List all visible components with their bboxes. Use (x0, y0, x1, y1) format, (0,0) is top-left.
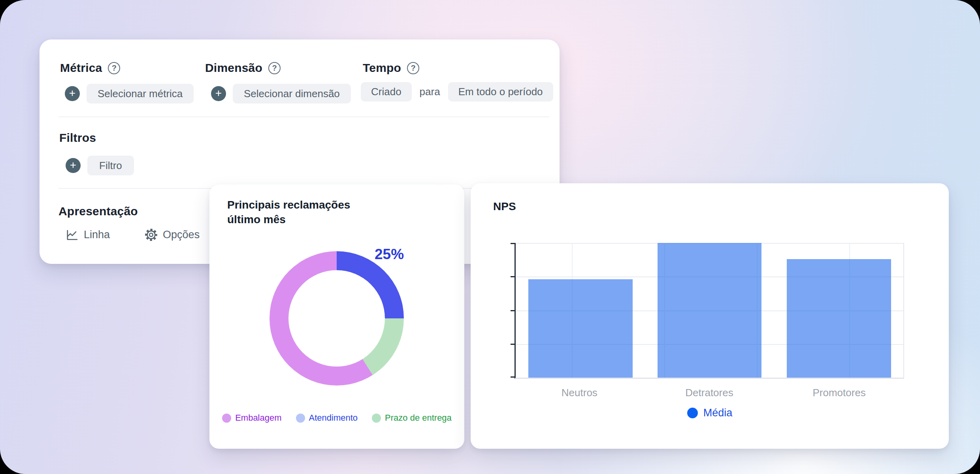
divider (58, 117, 549, 117)
legend-item-embalagem[interactable]: Embalagem (222, 413, 281, 423)
time-field-button[interactable]: Criado (361, 82, 412, 102)
time-controls: Criado para Em todo o período (361, 82, 553, 102)
nps-legend[interactable]: Média (471, 407, 949, 419)
filters-label: Filtros (59, 131, 96, 145)
donut-legend: Embalagem Atendimento Prazo de entrega (209, 413, 464, 423)
nps-title: NPS (493, 199, 516, 214)
donut-hole (288, 270, 385, 367)
x-label-promotores: Promotores (774, 387, 904, 399)
metric-help-icon[interactable]: ? (108, 62, 120, 74)
nps-chart-card: NPS Neutros Detratores Promotores (471, 183, 949, 449)
legend-dot (296, 414, 305, 423)
time-connector-text: para (420, 86, 440, 98)
axis-tick (511, 276, 516, 277)
bar[interactable] (658, 243, 762, 378)
options-label: Opções (163, 229, 200, 241)
legend-dot (222, 414, 231, 423)
time-range-button[interactable]: Em todo o período (448, 82, 553, 102)
complaints-chart-card: Principais reclamações último mês 25% Em… (209, 184, 464, 449)
legend-label: Atendimento (309, 413, 358, 423)
select-metric-button[interactable]: Selecionar métrica (87, 84, 194, 103)
time-help-icon[interactable]: ? (407, 62, 419, 74)
filters-controls: + Filtro (66, 156, 134, 175)
select-dimension-button[interactable]: Selecionar dimensão (233, 84, 351, 103)
x-label-detratores: Detratores (645, 387, 775, 399)
gear-icon (145, 228, 158, 241)
legend-item-prazo[interactable]: Prazo de entrega (372, 413, 452, 423)
app-background: Métrica ? + Selecionar métrica Dimensão … (0, 0, 980, 474)
chart-type-label: Linha (84, 229, 110, 241)
add-dimension-button[interactable]: + (211, 86, 226, 101)
legend-dot (687, 408, 698, 418)
add-metric-button[interactable]: + (65, 86, 80, 101)
presentation-label: Apresentação (58, 205, 138, 218)
presentation-controls: Linha Opções (66, 228, 200, 241)
chart-title: Principais reclamações último mês (227, 198, 350, 227)
dimension-controls: + Selecionar dimensão (211, 84, 351, 103)
metric-controls: + Selecionar métrica (65, 84, 194, 103)
time-section-header: Tempo ? (363, 61, 419, 75)
options-button[interactable]: Opções (145, 228, 200, 241)
add-filter-button[interactable]: + (66, 158, 81, 173)
dimension-section-header: Dimensão ? (205, 61, 281, 75)
chart-title-line2: último mês (227, 212, 350, 227)
legend-dot (372, 414, 381, 423)
line-chart-icon (66, 228, 79, 241)
nps-plot-area (514, 243, 904, 379)
filter-button[interactable]: Filtro (87, 156, 134, 175)
dimension-label: Dimensão (205, 61, 262, 75)
x-label-neutros: Neutros (514, 387, 645, 399)
legend-label: Prazo de entrega (385, 413, 452, 423)
legend-item-atendimento[interactable]: Atendimento (296, 413, 358, 423)
time-label: Tempo (363, 61, 401, 75)
axis-tick (511, 243, 516, 244)
metric-label: Métrica (60, 61, 102, 75)
x-axis-labels: Neutros Detratores Promotores (514, 387, 904, 399)
dimension-help-icon[interactable]: ? (268, 62, 281, 74)
axis-tick (511, 376, 516, 378)
legend-label: Média (703, 407, 733, 419)
metric-section-header: Métrica ? (60, 61, 120, 75)
donut-value-callout: 25% (375, 246, 404, 263)
bar[interactable] (787, 259, 891, 378)
chart-title-line1: Principais reclamações (227, 198, 350, 212)
bar[interactable] (528, 279, 633, 378)
chart-type-button[interactable]: Linha (66, 228, 110, 241)
axis-tick (511, 310, 516, 311)
axis-tick (511, 344, 516, 345)
legend-label: Embalagem (235, 413, 281, 423)
